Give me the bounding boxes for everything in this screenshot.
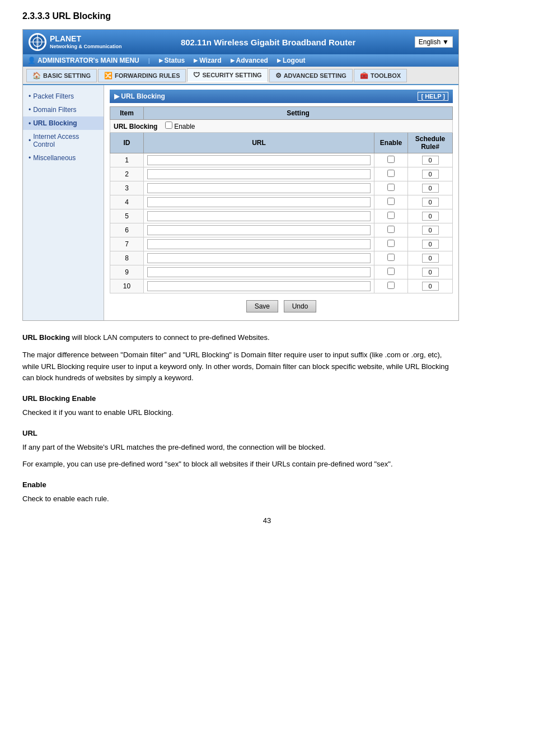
row-url-10 <box>144 279 374 293</box>
enable-row: URL Blocking Enable <box>110 120 453 133</box>
url-blocking-enable-checkbox[interactable] <box>165 122 172 129</box>
sidebar-item-packet-filters[interactable]: Packet Filters <box>23 90 104 103</box>
row-schedule-1 <box>408 153 453 167</box>
nav-admin-menu[interactable]: 👤 ADMINISTRATOR's MAIN MENU <box>27 57 139 64</box>
schedule-input-6[interactable] <box>422 226 439 235</box>
schedule-input-8[interactable] <box>422 254 439 263</box>
url-input-1[interactable] <box>147 155 371 165</box>
save-button[interactable]: Save <box>246 300 278 312</box>
sidebar-item-domain-filters[interactable]: Domain Filters <box>23 103 104 116</box>
row-schedule-2 <box>408 167 453 181</box>
content-panel: ▶ URL Blocking [ HELP ] Item Setting <box>104 85 458 320</box>
url-input-10[interactable] <box>147 281 371 291</box>
col-url: URL <box>144 133 374 153</box>
row-schedule-7 <box>408 237 453 251</box>
row-enable-7 <box>374 237 408 251</box>
desc-detail: The major difference between "Domain fil… <box>22 349 459 384</box>
row-enable-8 <box>374 251 408 265</box>
enable-checkbox-9[interactable] <box>387 268 395 275</box>
enable-checkbox-8[interactable] <box>387 254 395 261</box>
tab-bar: 🏠 BASIC SETTING 🔀 FORWARDING RULES 🛡 SEC… <box>23 67 458 85</box>
nav-bar: 👤 ADMINISTRATOR's MAIN MENU | ▶ Status ▶… <box>23 54 458 67</box>
enable-checkbox-6[interactable] <box>387 226 395 233</box>
row-url-6 <box>144 223 374 237</box>
section-title-url: URL <box>22 428 459 440</box>
row-enable-9 <box>374 265 408 279</box>
url-input-6[interactable] <box>147 225 371 235</box>
schedule-input-2[interactable] <box>422 170 439 179</box>
language-label: English <box>419 38 441 46</box>
row-schedule-9 <box>408 265 453 279</box>
nav-sep1: | <box>148 57 150 64</box>
desc-url-text2: For example, you can use pre-defined wor… <box>22 459 459 470</box>
header-title: 802.11n Wireless Gigabit Broadband Route… <box>122 38 415 47</box>
url-input-2[interactable] <box>147 169 371 179</box>
nav-wizard[interactable]: ▶ Wizard <box>194 57 221 64</box>
row-url-2 <box>144 167 374 181</box>
table-row: 10 <box>110 279 453 293</box>
sidebar-item-miscellaneous[interactable]: Miscellaneous <box>23 151 104 165</box>
arrow-icon: ▶ <box>194 58 198 63</box>
schedule-input-10[interactable] <box>422 282 439 291</box>
arrow-icon: ▶ <box>159 58 163 63</box>
row-schedule-8 <box>408 251 453 265</box>
row-url-5 <box>144 209 374 223</box>
schedule-input-4[interactable] <box>422 198 439 207</box>
col-schedule: Schedule Rule# <box>408 133 453 153</box>
url-input-5[interactable] <box>147 211 371 221</box>
schedule-input-1[interactable] <box>422 156 439 165</box>
schedule-input-9[interactable] <box>422 268 439 277</box>
enable-checkbox-4[interactable] <box>387 198 395 205</box>
row-enable-2 <box>374 167 408 181</box>
tab-forwarding-rules[interactable]: 🔀 FORWARDING RULES <box>98 69 186 82</box>
url-input-7[interactable] <box>147 239 371 249</box>
logo-text: PLANET Networking & Communication <box>50 34 122 50</box>
section-title-url-blocking-enable: URL Blocking Enable <box>22 393 459 405</box>
enable-checkbox-2[interactable] <box>387 170 395 177</box>
row-url-9 <box>144 265 374 279</box>
enable-checkbox-10[interactable] <box>387 282 395 289</box>
url-input-8[interactable] <box>147 253 371 263</box>
toolbox-icon: 🧰 <box>360 72 368 80</box>
language-selector[interactable]: English ▼ <box>415 36 453 48</box>
url-input-4[interactable] <box>147 197 371 207</box>
sidebar-item-url-blocking[interactable]: URL Blocking <box>23 116 104 130</box>
router-ui: PLANET Networking & Communication 802.11… <box>22 29 459 321</box>
url-input-3[interactable] <box>147 183 371 193</box>
tab-toolbox[interactable]: 🧰 TOOLBOX <box>354 69 407 82</box>
row-id-6: 6 <box>110 223 144 237</box>
row-id-1: 1 <box>110 153 144 167</box>
arrow-icon: ▶ <box>114 92 121 100</box>
row-id-2: 2 <box>110 167 144 181</box>
logo: PLANET Networking & Communication <box>29 33 122 51</box>
row-schedule-3 <box>408 181 453 195</box>
desc-url-text1: If any part of the Website's URL matches… <box>22 442 459 454</box>
help-link[interactable]: [ HELP ] <box>418 92 448 101</box>
row-enable-6 <box>374 223 408 237</box>
nav-logout[interactable]: ▶ Logout <box>277 57 306 64</box>
section-title-enable: Enable <box>22 479 459 491</box>
schedule-input-3[interactable] <box>422 184 439 193</box>
undo-button[interactable]: Undo <box>284 300 317 312</box>
enable-checkbox-5[interactable] <box>387 212 395 219</box>
row-enable-5 <box>374 209 408 223</box>
enable-checkbox-1[interactable] <box>387 156 395 163</box>
page-number: 43 <box>22 516 512 525</box>
enable-checkbox-3[interactable] <box>387 184 395 191</box>
page-title: 2.3.3.3 URL Blocking <box>22 11 512 21</box>
tab-basic-setting[interactable]: 🏠 BASIC SETTING <box>26 69 97 82</box>
sidebar-item-internet-access-control[interactable]: Internet Access Control <box>23 130 104 151</box>
row-url-1 <box>144 153 374 167</box>
nav-status[interactable]: ▶ Status <box>159 57 185 64</box>
schedule-input-5[interactable] <box>422 212 439 221</box>
col-id: ID <box>110 133 144 153</box>
url-input-9[interactable] <box>147 267 371 277</box>
row-enable-10 <box>374 279 408 293</box>
nav-advanced[interactable]: ▶ Advanced <box>231 57 268 64</box>
schedule-input-7[interactable] <box>422 240 439 249</box>
enable-checkbox-7[interactable] <box>387 240 395 247</box>
security-icon: 🛡 <box>193 71 200 79</box>
tab-security-setting[interactable]: 🛡 SECURITY SETTING <box>187 68 268 82</box>
col-enable: Enable <box>374 133 408 153</box>
tab-advanced-setting[interactable]: ⚙ ADVANCED SETTING <box>269 69 353 82</box>
